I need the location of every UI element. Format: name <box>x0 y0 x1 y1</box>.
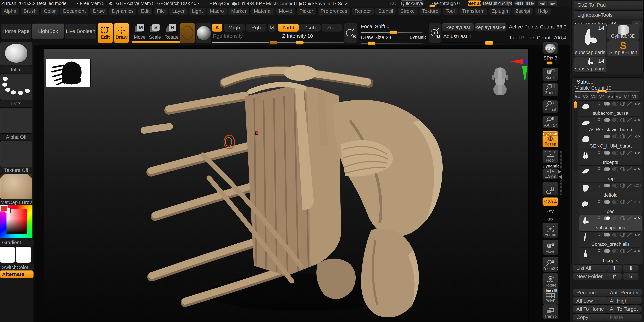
alternate-button[interactable]: Alternate <box>0 271 34 278</box>
paint-brush-icon[interactable] <box>627 118 632 123</box>
default-zscript-button[interactable]: DefaultZScript <box>482 0 512 6</box>
paint-brush-icon[interactable] <box>627 167 632 171</box>
live-boolean-button[interactable]: Live Boolean <box>65 23 96 39</box>
uv-map-icon[interactable] <box>612 101 618 106</box>
visibility-eye-icon[interactable] <box>634 134 641 139</box>
gradient-label[interactable]: Gradient <box>0 239 34 246</box>
all-low-button[interactable]: All Low <box>573 297 609 305</box>
subtool-row[interactable]: pec <box>579 199 642 215</box>
paint-brush-icon[interactable] <box>627 101 632 106</box>
shelf-frame-button[interactable]: Frame <box>542 223 558 238</box>
menu-transform[interactable]: Transform <box>459 7 487 15</box>
color-picker[interactable] <box>0 205 32 238</box>
polypaint-icon[interactable] <box>603 199 610 204</box>
brush-selector[interactable] <box>0 42 32 65</box>
zsub-toggle[interactable]: Zsub <box>299 24 321 31</box>
move-to-folder-button[interactable]: ↱ <box>607 273 622 280</box>
shelf-scroll-up-icon[interactable] <box>558 175 562 179</box>
uv-map-icon[interactable] <box>612 118 618 123</box>
menu-file[interactable]: File <box>154 7 168 15</box>
visibility-eye-icon[interactable] <box>634 216 641 221</box>
merge-down-icon[interactable] <box>597 249 602 253</box>
polypaint-icon[interactable] <box>603 167 610 171</box>
uv-map-icon[interactable] <box>612 249 618 253</box>
subtool-down-button[interactable]: ⬇ <box>623 265 638 272</box>
paint-brush-icon[interactable] <box>627 249 632 253</box>
merge-down-icon[interactable] <box>597 232 602 237</box>
zcut-toggle[interactable]: Zcut <box>322 24 342 31</box>
menu-light[interactable]: Light <box>189 7 206 15</box>
shelf-rotate-button[interactable]: Rotate <box>542 273 558 288</box>
shelf-move-button[interactable]: Move <box>542 240 558 255</box>
visibility-eye-icon[interactable] <box>634 183 641 188</box>
window-dock-left-icon[interactable]: ◂▣ <box>538 0 547 6</box>
uv-map-icon[interactable] <box>612 167 618 171</box>
mrgb-toggle[interactable]: Mrgb <box>224 24 245 31</box>
quicksave-button[interactable]: QuickSave <box>400 0 424 6</box>
menu-texture[interactable]: Texture <box>419 7 441 15</box>
difference-icon[interactable] <box>620 232 626 237</box>
menu-marker[interactable]: Marker <box>228 7 250 15</box>
subtool-row[interactable]: trap <box>579 166 642 182</box>
shelf-transp-button[interactable]: Transp <box>542 305 558 320</box>
paint-brush-icon[interactable] <box>627 199 632 204</box>
menu-stroke[interactable]: Stroke <box>398 7 418 15</box>
visibility-eye-icon[interactable] <box>634 249 641 253</box>
replay-last-rel-button[interactable]: ReplayLastRel <box>474 23 506 31</box>
menu-preferences[interactable]: Preferences <box>318 7 350 15</box>
polypaint-icon[interactable] <box>603 151 610 155</box>
shelf-aahalf-button[interactable]: AAHalf <box>542 116 558 128</box>
adjust-last-track[interactable] <box>443 43 506 43</box>
polypaint-icon[interactable] <box>603 134 610 139</box>
tool-thumb-subscap2[interactable]: 14 subscapularis <box>574 57 606 72</box>
copy-button[interactable]: Copy <box>573 314 609 321</box>
paste-button[interactable]: Paste <box>607 314 642 321</box>
shelf-scroll-button[interactable]: Scroll <box>542 68 558 81</box>
visibility-eye-icon[interactable] <box>634 101 641 106</box>
menu-document[interactable]: Document <box>60 7 88 15</box>
uv-map-icon[interactable] <box>612 232 618 237</box>
subtool-tab-v4[interactable]: V4 <box>598 92 606 100</box>
goz-to-ipad-button[interactable]: GoZ To iPad <box>574 1 643 9</box>
shelf-scroll-down-icon[interactable] <box>558 170 561 174</box>
menu-macro[interactable]: Macro <box>207 7 227 15</box>
merge-down-icon[interactable] <box>597 151 602 155</box>
tray-collapse-right-icon[interactable]: ▮▮▮▸ <box>525 0 535 6</box>
difference-icon[interactable] <box>620 199 626 204</box>
menu-brush[interactable]: Brush <box>21 7 40 15</box>
shelf-scrollbar[interactable] <box>560 151 562 169</box>
paint-brush-icon[interactable] <box>627 183 632 188</box>
difference-icon[interactable] <box>620 183 626 188</box>
visible-count-track[interactable] <box>575 91 640 92</box>
menu-tool[interactable]: Tool <box>443 7 458 15</box>
edit-mode-button[interactable]: Edit <box>98 23 113 43</box>
subtool-row[interactable]: Coraco_brachialis <box>579 232 642 247</box>
merge-down-icon[interactable] <box>597 118 602 122</box>
a-toggle[interactable]: A <box>212 24 222 31</box>
move-out-folder-button[interactable]: ↳ <box>623 273 638 280</box>
menu-help[interactable]: Help <box>535 7 551 15</box>
subtool-tab-v5[interactable]: V5 <box>606 92 614 100</box>
shelf-zoom3d-button[interactable]: Zoom3D <box>542 257 558 272</box>
uv-map-icon[interactable] <box>612 199 618 204</box>
new-folder-button[interactable]: New Folder <box>573 273 609 280</box>
merge-down-icon[interactable] <box>597 102 602 106</box>
shelf-scrollbar-2[interactable] <box>560 180 562 195</box>
camera-head-gizmo[interactable] <box>490 66 510 97</box>
spix-slider-knob[interactable] <box>547 62 552 64</box>
polypaint-icon[interactable] <box>603 216 610 221</box>
rgb-intensity-knob[interactable] <box>270 41 277 44</box>
paint-brush-icon[interactable] <box>627 232 632 237</box>
subtool-row[interactable]: ACRO_clavic_bursa <box>579 117 642 133</box>
merge-down-icon[interactable] <box>597 216 602 220</box>
all-to-home-button[interactable]: All To Home <box>573 306 609 313</box>
tray-collapse-left-icon[interactable]: ◂▮▮▮ <box>514 0 524 6</box>
menu-layer[interactable]: Layer <box>169 7 188 15</box>
intensity-slider-track[interactable] <box>212 42 344 43</box>
difference-icon[interactable] <box>620 216 626 221</box>
active-color-swatch[interactable] <box>0 205 8 211</box>
rgb-toggle[interactable]: Rgb <box>246 24 266 31</box>
main-color-swatch[interactable] <box>0 247 15 263</box>
shelf-polyf-button[interactable]: Line FillPolyF <box>542 288 558 304</box>
stroke-selector[interactable] <box>0 74 32 100</box>
